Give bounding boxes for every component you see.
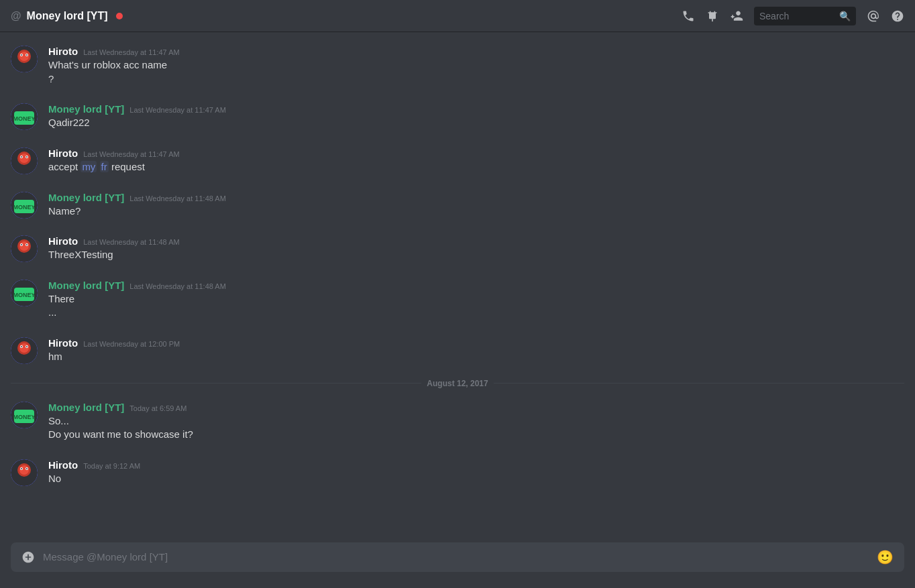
timestamp: Last Wednesday at 11:47 AM bbox=[83, 48, 180, 56]
svg-point-26 bbox=[26, 244, 28, 245]
svg-point-22 bbox=[19, 241, 29, 251]
timestamp: Today at 6:59 AM bbox=[129, 404, 186, 412]
svg-point-36 bbox=[26, 346, 28, 347]
header: @ Money lord [YT] 🔍 bbox=[0, 0, 915, 32]
svg-point-16 bbox=[26, 156, 28, 158]
svg-text:MONEY: MONEY bbox=[13, 204, 35, 211]
svg-text:MONEY: MONEY bbox=[13, 292, 35, 298]
header-actions: 🔍 bbox=[682, 7, 904, 25]
message-text: Name? bbox=[48, 204, 904, 219]
divider-line-right bbox=[494, 383, 904, 384]
date-divider: August 12, 2017 bbox=[0, 368, 915, 399]
online-status-dot bbox=[116, 13, 123, 19]
svg-text:MONEY: MONEY bbox=[13, 414, 35, 420]
avatar: MONEY bbox=[11, 402, 38, 428]
message-content: Money lord [YT] Last Wednesday at 11:48 … bbox=[48, 280, 904, 320]
message-content: Hiroto Last Wednesday at 11:48 AM ThreeX… bbox=[48, 235, 904, 262]
message-input-wrapper: 🙂 bbox=[11, 542, 904, 572]
add-friend-icon[interactable] bbox=[730, 9, 743, 23]
message-text: So... bbox=[48, 414, 904, 428]
message-content: Hiroto Last Wednesday at 11:47 AM What's… bbox=[48, 46, 904, 86]
message-header: Hiroto Last Wednesday at 12:00 PM bbox=[48, 337, 904, 349]
username[interactable]: Hiroto bbox=[48, 459, 78, 471]
username[interactable]: Hiroto bbox=[48, 46, 78, 57]
timestamp: Today at 9:12 AM bbox=[83, 462, 140, 470]
svg-point-25 bbox=[21, 244, 22, 245]
message-header: Hiroto Last Wednesday at 11:48 AM bbox=[48, 235, 904, 247]
message-header: Money lord [YT] Today at 6:59 AM bbox=[48, 402, 904, 413]
message-header: Money lord [YT] Last Wednesday at 11:48 … bbox=[48, 280, 904, 291]
username[interactable]: Money lord [YT] bbox=[48, 280, 124, 291]
message-text: No bbox=[48, 472, 904, 486]
add-file-button[interactable] bbox=[13, 542, 43, 572]
svg-text:MONEY: MONEY bbox=[13, 115, 35, 122]
message-text: ... bbox=[48, 306, 904, 320]
username[interactable]: Hiroto bbox=[48, 148, 78, 159]
avatar: MONEY bbox=[11, 103, 38, 130]
emoji-button[interactable]: 🙂 bbox=[877, 549, 894, 565]
username[interactable]: Hiroto bbox=[48, 337, 78, 349]
timestamp: Last Wednesday at 11:48 AM bbox=[83, 238, 180, 246]
message-content: Money lord [YT] Last Wednesday at 11:47 … bbox=[48, 103, 904, 130]
date-divider-text: August 12, 2017 bbox=[427, 379, 488, 388]
help-icon[interactable] bbox=[891, 9, 904, 23]
message-header: Money lord [YT] Last Wednesday at 11:47 … bbox=[48, 103, 904, 115]
dm-at-icon: @ bbox=[11, 10, 21, 22]
svg-point-6 bbox=[26, 54, 28, 56]
message-content: Hiroto Last Wednesday at 11:47 AM accept… bbox=[48, 148, 904, 174]
message-input[interactable] bbox=[43, 543, 877, 572]
message-header: Hiroto Last Wednesday at 11:47 AM bbox=[48, 46, 904, 57]
avatar bbox=[11, 148, 38, 174]
message-header: Hiroto Last Wednesday at 11:47 AM bbox=[48, 148, 904, 159]
mentions-icon[interactable] bbox=[867, 9, 880, 23]
avatar bbox=[11, 46, 38, 72]
message-content: Money lord [YT] Today at 6:59 AM So... D… bbox=[48, 402, 904, 442]
message-group: Hiroto Last Wednesday at 11:48 AM ThreeX… bbox=[0, 233, 915, 265]
message-text: ThreeXTesting bbox=[48, 248, 904, 262]
message-text: accept my fr request bbox=[48, 160, 904, 174]
message-content: Money lord [YT] Last Wednesday at 11:48 … bbox=[48, 192, 904, 219]
username[interactable]: Hiroto bbox=[48, 235, 78, 247]
message-content: Hiroto Last Wednesday at 12:00 PM hm bbox=[48, 337, 904, 364]
chat-area: Hiroto Last Wednesday at 11:47 AM What's… bbox=[0, 32, 915, 542]
svg-point-12 bbox=[19, 154, 29, 163]
message-group: Hiroto Last Wednesday at 11:47 AM accept… bbox=[0, 145, 915, 177]
username[interactable]: Money lord [YT] bbox=[48, 103, 124, 115]
svg-point-35 bbox=[21, 346, 22, 347]
header-left: @ Money lord [YT] bbox=[11, 10, 682, 22]
avatar bbox=[11, 337, 38, 364]
message-input-area: 🙂 bbox=[0, 542, 915, 588]
message-group: MONEY Money lord [YT] Last Wednesday at … bbox=[0, 277, 915, 322]
username[interactable]: Money lord [YT] bbox=[48, 402, 124, 413]
message-header: Money lord [YT] Last Wednesday at 11:48 … bbox=[48, 192, 904, 203]
divider-line-left bbox=[11, 383, 421, 384]
message-group: Hiroto Today at 9:12 AM No bbox=[0, 457, 915, 489]
svg-point-42 bbox=[19, 465, 29, 475]
search-input[interactable] bbox=[759, 11, 835, 21]
avatar bbox=[11, 459, 38, 486]
message-text: What's ur roblox acc name bbox=[48, 58, 904, 72]
svg-point-32 bbox=[19, 343, 29, 353]
call-icon[interactable] bbox=[682, 9, 695, 23]
timestamp: Last Wednesday at 11:48 AM bbox=[129, 194, 226, 202]
svg-point-2 bbox=[19, 52, 29, 61]
message-group: Hiroto Last Wednesday at 12:00 PM hm bbox=[0, 335, 915, 367]
message-group: Hiroto Last Wednesday at 11:47 AM What's… bbox=[0, 43, 915, 89]
message-header: Hiroto Today at 9:12 AM bbox=[48, 459, 904, 471]
message-text: Qadir222 bbox=[48, 116, 904, 130]
timestamp: Last Wednesday at 11:47 AM bbox=[129, 106, 226, 114]
timestamp: Last Wednesday at 11:47 AM bbox=[83, 150, 180, 158]
username[interactable]: Money lord [YT] bbox=[48, 192, 124, 203]
pin-icon[interactable] bbox=[706, 9, 719, 23]
avatar: MONEY bbox=[11, 280, 38, 306]
avatar bbox=[11, 235, 38, 262]
channel-title: Money lord [YT] bbox=[27, 10, 108, 22]
message-text: ? bbox=[48, 72, 904, 86]
timestamp: Last Wednesday at 11:48 AM bbox=[129, 282, 226, 290]
svg-point-15 bbox=[21, 156, 22, 158]
svg-point-46 bbox=[26, 468, 28, 469]
svg-point-5 bbox=[21, 54, 22, 56]
message-group: MONEY Money lord [YT] Today at 6:59 AM S… bbox=[0, 399, 915, 445]
search-bar[interactable]: 🔍 bbox=[754, 7, 856, 25]
message-text: There bbox=[48, 292, 904, 306]
